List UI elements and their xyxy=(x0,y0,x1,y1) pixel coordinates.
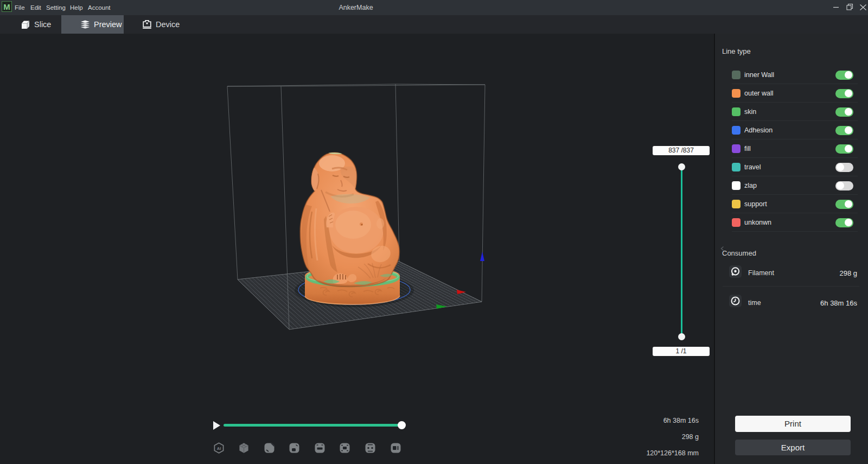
svg-text:AI: AI xyxy=(216,446,221,451)
